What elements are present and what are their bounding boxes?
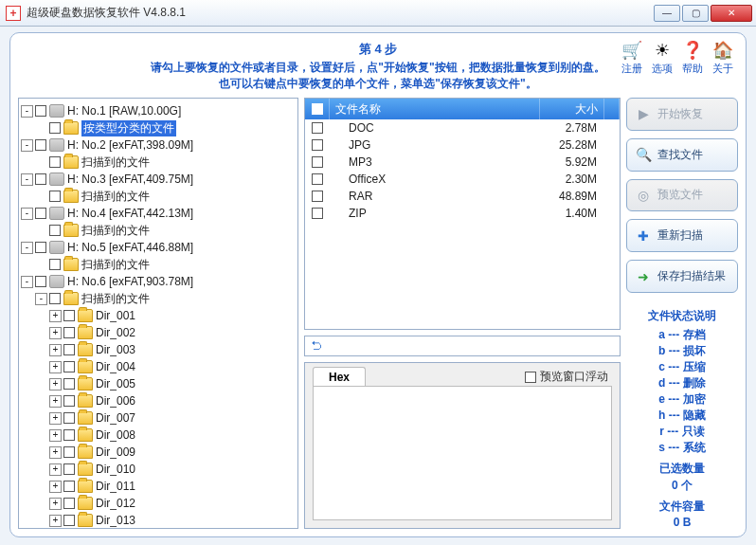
toolbar-register[interactable]: 🛒注册 bbox=[621, 39, 643, 76]
rescan-button[interactable]: ✚ 重新扫描 bbox=[626, 219, 738, 252]
tree-twisty[interactable]: + bbox=[49, 463, 62, 476]
float-window-checkbox[interactable] bbox=[525, 372, 536, 383]
file-row[interactable]: OfficeX2.30M bbox=[305, 171, 620, 188]
file-row-checkbox[interactable] bbox=[312, 139, 323, 151]
tree-checkbox[interactable] bbox=[49, 122, 61, 134]
tree-row[interactable]: -H: No.5 [exFAT,446.88M] bbox=[21, 239, 296, 256]
save-scan-button[interactable]: ➜ 保存扫描结果 bbox=[626, 260, 738, 293]
tree-row[interactable]: +Dir_004 bbox=[21, 358, 296, 375]
tree-row[interactable]: +Dir_005 bbox=[21, 375, 296, 392]
tree-checkbox[interactable] bbox=[63, 481, 75, 492]
tree-row[interactable]: +Dir_007 bbox=[21, 409, 296, 427]
tree-checkbox[interactable] bbox=[63, 395, 75, 407]
tree-checkbox[interactable] bbox=[35, 173, 46, 185]
file-row-checkbox[interactable] bbox=[312, 156, 323, 168]
tree-twisty[interactable]: + bbox=[49, 412, 62, 425]
tree-checkbox[interactable] bbox=[63, 515, 75, 526]
tree-row[interactable]: 扫描到的文件 bbox=[21, 256, 296, 273]
tree-row[interactable]: -H: No.2 [exFAT,398.09M] bbox=[21, 136, 296, 154]
float-window-option[interactable]: 预览窗口浮动 bbox=[525, 369, 608, 385]
file-row-checkbox[interactable] bbox=[312, 191, 323, 202]
tree-row[interactable]: -H: No.3 [exFAT,409.75M] bbox=[21, 171, 296, 188]
tree-twisty[interactable]: + bbox=[49, 515, 62, 527]
tree-checkbox[interactable] bbox=[63, 446, 75, 458]
tree-twisty[interactable]: + bbox=[49, 344, 62, 356]
col-extra[interactable] bbox=[604, 99, 620, 119]
tree-twisty[interactable]: - bbox=[21, 105, 33, 118]
drive-tree-pane[interactable]: -H: No.1 [RAW,10.00G]按类型分类的文件-H: No.2 [e… bbox=[18, 98, 298, 529]
tree-row[interactable]: +Dir_011 bbox=[21, 478, 296, 495]
tree-row[interactable]: +Dir_009 bbox=[21, 444, 296, 461]
preview-file-button[interactable]: ◎ 预览文件 bbox=[626, 179, 738, 212]
tree-checkbox[interactable] bbox=[35, 242, 46, 253]
tree-twisty[interactable]: + bbox=[49, 498, 62, 510]
tree-checkbox[interactable] bbox=[49, 259, 61, 270]
tree-twisty[interactable]: - bbox=[21, 242, 33, 254]
find-files-button[interactable]: 🔍 查找文件 bbox=[626, 138, 738, 172]
tree-row[interactable]: 扫描到的文件 bbox=[21, 222, 296, 239]
tree-checkbox[interactable] bbox=[63, 378, 75, 390]
tree-checkbox[interactable] bbox=[63, 463, 75, 475]
preview-tab-hex[interactable]: Hex bbox=[313, 367, 366, 388]
tree-row[interactable]: 按类型分类的文件 bbox=[21, 119, 296, 136]
file-row[interactable]: RAR48.89M bbox=[305, 188, 620, 205]
select-all-checkbox[interactable] bbox=[312, 103, 323, 115]
file-row[interactable]: DOC2.78M bbox=[305, 119, 620, 136]
file-row[interactable]: MP35.92M bbox=[305, 154, 620, 171]
tree-checkbox[interactable] bbox=[35, 208, 46, 219]
tree-checkbox[interactable] bbox=[63, 361, 75, 372]
tree-row[interactable]: +Dir_013 bbox=[21, 512, 296, 529]
tree-checkbox[interactable] bbox=[35, 105, 46, 117]
tree-checkbox[interactable] bbox=[63, 412, 75, 424]
tree-twisty[interactable]: + bbox=[49, 310, 62, 322]
toolbar-options[interactable]: ☀选项 bbox=[651, 39, 674, 76]
tree-twisty[interactable]: - bbox=[21, 276, 33, 288]
close-button[interactable]: ✕ bbox=[711, 5, 752, 22]
tree-twisty[interactable]: + bbox=[49, 429, 62, 442]
file-list-body[interactable]: DOC2.78MJPG25.28MMP35.92MOfficeX2.30MRAR… bbox=[305, 119, 620, 329]
tree-row[interactable]: 扫描到的文件 bbox=[21, 188, 296, 205]
tree-row[interactable]: -H: No.1 [RAW,10.00G] bbox=[21, 102, 296, 119]
tree-twisty[interactable]: - bbox=[35, 293, 47, 305]
file-row-checkbox[interactable] bbox=[312, 173, 323, 185]
tree-row[interactable]: -扫描到的文件 bbox=[21, 290, 296, 307]
tree-twisty[interactable]: - bbox=[21, 139, 33, 152]
tree-row[interactable]: +Dir_006 bbox=[21, 392, 296, 409]
file-row-checkbox[interactable] bbox=[312, 122, 323, 134]
tree-twisty[interactable]: + bbox=[49, 446, 62, 459]
tree-row[interactable]: 扫描到的文件 bbox=[21, 154, 296, 171]
tree-twisty[interactable]: + bbox=[49, 395, 62, 408]
tree-row[interactable]: +Dir_012 bbox=[21, 495, 296, 512]
col-size[interactable]: 大小 bbox=[540, 99, 604, 119]
file-row[interactable]: JPG25.28M bbox=[305, 136, 620, 154]
tree-twisty[interactable]: + bbox=[49, 481, 62, 493]
file-row-checkbox[interactable] bbox=[312, 208, 323, 219]
start-recovery-button[interactable]: ▶ 开始恢复 bbox=[626, 98, 738, 131]
tree-row[interactable]: -H: No.6 [exFAT,903.78M] bbox=[21, 273, 296, 290]
tree-checkbox[interactable] bbox=[63, 498, 75, 509]
tree-checkbox[interactable] bbox=[63, 327, 75, 338]
toolbar-about[interactable]: 🏠关于 bbox=[711, 39, 734, 76]
tree-checkbox[interactable] bbox=[35, 139, 46, 151]
tree-checkbox[interactable] bbox=[49, 191, 61, 202]
tree-twisty[interactable]: + bbox=[49, 361, 62, 373]
tree-row[interactable]: -H: No.4 [exFAT,442.13M] bbox=[21, 205, 296, 222]
tree-checkbox[interactable] bbox=[63, 310, 75, 321]
tree-checkbox[interactable] bbox=[35, 276, 46, 287]
col-name[interactable]: 文件名称 bbox=[330, 99, 540, 119]
tree-row[interactable]: +Dir_003 bbox=[21, 341, 296, 358]
tree-row[interactable]: +Dir_010 bbox=[21, 461, 296, 478]
tree-twisty[interactable]: + bbox=[49, 378, 62, 391]
toolbar-help[interactable]: ❓帮助 bbox=[681, 39, 704, 76]
tree-checkbox[interactable] bbox=[63, 344, 75, 355]
tree-twisty[interactable]: + bbox=[49, 327, 62, 339]
tree-row[interactable]: +Dir_002 bbox=[21, 324, 296, 341]
path-back-icon[interactable]: ⮌ bbox=[311, 339, 322, 353]
tree-checkbox[interactable] bbox=[63, 429, 75, 441]
minimize-button[interactable]: — bbox=[654, 5, 680, 22]
tree-checkbox[interactable] bbox=[49, 156, 61, 168]
tree-twisty[interactable]: - bbox=[21, 173, 33, 186]
maximize-button[interactable]: ▢ bbox=[682, 5, 709, 22]
tree-row[interactable]: +Dir_001 bbox=[21, 307, 296, 324]
tree-row[interactable]: +Dir_008 bbox=[21, 427, 296, 444]
